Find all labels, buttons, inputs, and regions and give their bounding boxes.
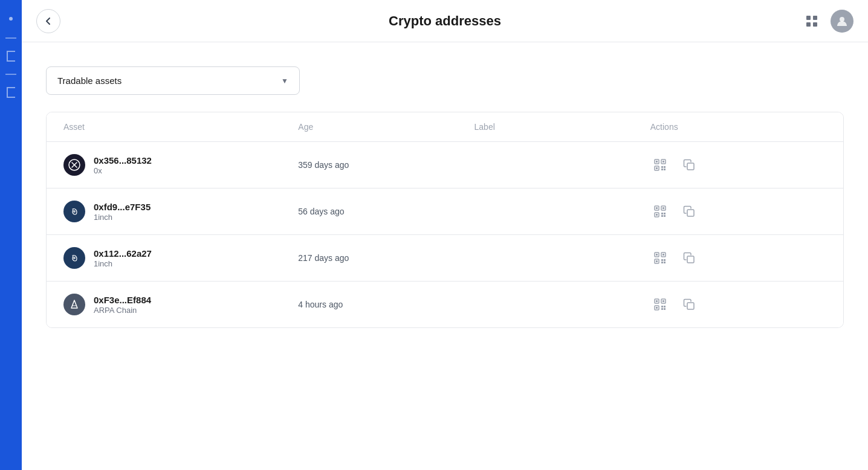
asset-info-0: 0x356...85132 0x	[94, 155, 152, 176]
sidebar	[0, 0, 22, 470]
header-left	[36, 9, 60, 33]
svg-point-4	[840, 17, 844, 22]
table-row: 0x112...62a27 1inch 217 days ago	[47, 235, 843, 282]
qr-code-icon	[653, 297, 667, 312]
1inch-icon-2	[68, 251, 81, 265]
actions-cell-3	[650, 295, 826, 314]
asset-icon-3	[63, 294, 85, 315]
back-arrow-icon	[43, 16, 54, 27]
age-cell-3: 4 hours ago	[298, 300, 474, 309]
svg-rect-24	[662, 207, 664, 209]
svg-rect-9	[656, 161, 658, 163]
1inch-icon	[68, 205, 81, 218]
asset-icon-1	[63, 201, 85, 222]
asset-info-2: 0x112...62a27 1inch	[94, 248, 152, 269]
actions-cell-2	[650, 248, 826, 268]
addresses-table: Asset Age Label Actions 0x356...85132 0x	[46, 112, 844, 328]
svg-rect-26	[656, 214, 658, 216]
sidebar-indicator	[9, 17, 13, 21]
asset-info-3: 0xF3e...Ef884 ARPA Chain	[94, 294, 151, 315]
qr-code-button-2[interactable]	[650, 248, 670, 268]
asset-address-3: 0xF3e...Ef884	[94, 294, 151, 306]
svg-rect-18	[687, 163, 694, 170]
svg-rect-56	[664, 308, 666, 310]
asset-sublabel-1: 1inch	[94, 213, 151, 222]
sidebar-item-2	[7, 51, 15, 62]
asset-sublabel-2: 1inch	[94, 259, 152, 268]
svg-rect-1	[813, 16, 817, 20]
qr-code-icon	[653, 158, 667, 172]
copy-button-2[interactable]	[679, 248, 699, 268]
user-avatar[interactable]	[831, 10, 853, 33]
age-cell-0: 359 days ago	[298, 160, 474, 170]
svg-rect-11	[662, 161, 664, 163]
svg-rect-40	[661, 259, 663, 261]
main-content: Tradable assets ▼ Asset Age Label Action…	[22, 42, 868, 352]
back-button[interactable]	[36, 9, 60, 33]
table-row: 0xF3e...Ef884 ARPA Chain 4 hours ago	[47, 282, 843, 327]
col-label: Label	[474, 122, 650, 132]
svg-point-20	[73, 210, 76, 213]
qr-code-button-1[interactable]	[650, 202, 670, 221]
filter-wrapper: Tradable assets ▼	[46, 66, 844, 95]
svg-rect-37	[662, 254, 664, 256]
svg-rect-54	[664, 306, 666, 307]
asset-address-0: 0x356...85132	[94, 155, 152, 167]
dropdown-label: Tradable assets	[57, 76, 121, 86]
svg-rect-41	[664, 259, 666, 261]
qr-code-button-3[interactable]	[650, 295, 670, 314]
svg-rect-57	[687, 303, 694, 309]
page-title: Crypto addresses	[389, 13, 501, 29]
copy-icon	[682, 298, 696, 311]
svg-rect-42	[661, 262, 663, 263]
svg-rect-31	[687, 210, 694, 216]
svg-point-33	[73, 257, 76, 259]
avatar-icon	[836, 15, 848, 27]
svg-rect-35	[656, 254, 658, 256]
sidebar-item-4	[7, 87, 15, 98]
asset-cell-0: 0x356...85132 0x	[63, 154, 298, 176]
table-row: 0x356...85132 0x 359 days ago	[47, 142, 843, 188]
svg-rect-0	[806, 16, 811, 20]
asset-info-1: 0xfd9...e7F35 1inch	[94, 201, 151, 222]
svg-rect-39	[656, 260, 658, 262]
svg-rect-27	[661, 213, 663, 214]
copy-button-3[interactable]	[679, 295, 699, 314]
svg-rect-2	[806, 22, 811, 27]
copy-icon	[682, 251, 696, 265]
asset-address-2: 0x112...62a27	[94, 248, 152, 260]
svg-rect-22	[656, 207, 658, 209]
svg-rect-44	[687, 256, 694, 263]
asset-sublabel-3: ARPA Chain	[94, 306, 151, 315]
asset-cell-1: 0xfd9...e7F35 1inch	[63, 201, 298, 222]
svg-rect-16	[661, 169, 663, 170]
svg-rect-52	[656, 307, 658, 309]
copy-button-1[interactable]	[679, 202, 699, 221]
asset-sublabel-0: 0x	[94, 166, 152, 175]
copy-icon	[682, 205, 696, 218]
svg-rect-3	[813, 22, 817, 27]
svg-rect-17	[664, 169, 666, 170]
grid-icon	[805, 14, 818, 28]
asset-address-1: 0xfd9...e7F35	[94, 201, 151, 213]
col-actions: Actions	[650, 122, 826, 132]
copy-button-0[interactable]	[679, 155, 699, 175]
grid-icon-button[interactable]	[800, 10, 823, 33]
asset-icon-0	[63, 154, 85, 176]
asset-icon-2	[63, 247, 85, 269]
qr-code-icon	[653, 204, 667, 219]
arpa-icon	[68, 298, 81, 311]
svg-rect-28	[664, 213, 666, 214]
svg-rect-53	[661, 306, 663, 307]
svg-rect-30	[664, 215, 666, 217]
actions-cell-1	[650, 202, 826, 221]
svg-rect-55	[661, 308, 663, 310]
age-cell-2: 217 days ago	[298, 253, 474, 263]
svg-rect-43	[664, 262, 666, 263]
svg-rect-15	[664, 166, 666, 168]
svg-rect-14	[661, 166, 663, 168]
actions-cell-0	[650, 155, 826, 175]
qr-code-button-0[interactable]	[650, 155, 670, 175]
svg-rect-48	[656, 300, 658, 302]
asset-filter-dropdown[interactable]: Tradable assets ▼	[46, 66, 300, 95]
